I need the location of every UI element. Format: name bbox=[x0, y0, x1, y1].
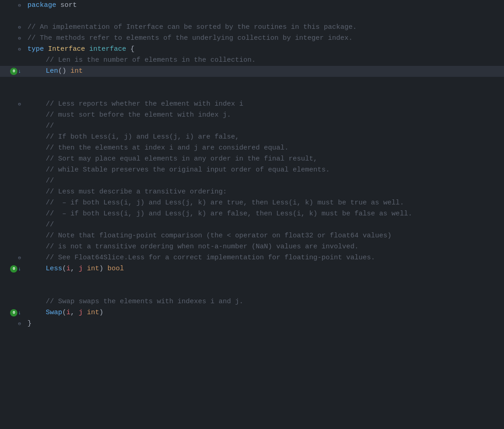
gutter-cell bbox=[0, 11, 23, 22]
token: // – if both Less(i, j) and Less(j, k) a… bbox=[46, 209, 412, 220]
token: type bbox=[27, 44, 48, 55]
token: // See Float64Slice.Less for a correct i… bbox=[46, 252, 375, 263]
fold-icon[interactable]: ⊖ bbox=[18, 22, 21, 33]
token: ) bbox=[99, 307, 103, 318]
gutter-cell bbox=[0, 176, 23, 187]
code-line bbox=[23, 88, 504, 99]
token: , bbox=[70, 307, 79, 318]
token: i bbox=[66, 307, 70, 318]
line-row: // Less must describe a transitive order… bbox=[0, 187, 504, 198]
code-line: // Swap swaps the elements with indexes … bbox=[23, 296, 504, 307]
code-line: package sort bbox=[23, 0, 504, 11]
code-line: // Note that floating-point comparison (… bbox=[23, 231, 504, 241]
code-line: // Len is the number of elements in the … bbox=[23, 55, 504, 66]
gutter-cell bbox=[0, 231, 23, 241]
gutter-cell bbox=[0, 88, 23, 99]
fold-icon[interactable]: ⊖ bbox=[18, 252, 21, 263]
gutter-cell: 0↓ bbox=[0, 307, 23, 318]
fold-icon[interactable]: ⊖ bbox=[18, 0, 21, 11]
line-row: // bbox=[0, 121, 504, 132]
gutter-cell bbox=[0, 198, 23, 209]
gutter-cell: ⊖ bbox=[0, 99, 23, 110]
line-row bbox=[0, 285, 504, 296]
code-line: } bbox=[23, 318, 504, 329]
token: int bbox=[66, 66, 83, 77]
gutter-cell: ⊖ bbox=[0, 0, 23, 11]
gutter-cell: ⊖ bbox=[0, 22, 23, 33]
gutter-cell bbox=[0, 187, 23, 198]
code-line: // See Float64Slice.Less for a correct i… bbox=[23, 252, 504, 263]
token: ( bbox=[62, 263, 66, 274]
gutter-cell bbox=[0, 121, 23, 132]
code-line bbox=[23, 77, 504, 88]
gutter-cell: 0↓ bbox=[0, 263, 23, 274]
gutter-cell bbox=[0, 110, 23, 121]
line-row bbox=[0, 88, 504, 99]
gutter-cell bbox=[0, 77, 23, 88]
token: ( bbox=[62, 307, 66, 318]
token: Less bbox=[46, 263, 62, 274]
token: Len bbox=[46, 66, 58, 77]
code-line: // Sort may place equal elements in any … bbox=[23, 154, 504, 165]
gutter-cell bbox=[0, 55, 23, 66]
token: // bbox=[46, 220, 54, 231]
code-line: // must sort before the element with ind… bbox=[23, 110, 504, 121]
code-line bbox=[23, 274, 504, 285]
line-row: // then the elements at index i and j ar… bbox=[0, 143, 504, 154]
code-line: Len() int bbox=[23, 66, 504, 77]
down-arrow-icon: ↓ bbox=[18, 263, 21, 274]
token: // Less must describe a transitive order… bbox=[46, 187, 227, 198]
line-row: // while Stable preserves the original i… bbox=[0, 165, 504, 176]
badge[interactable]: 0 bbox=[10, 265, 17, 273]
fold-icon[interactable]: ⊖ bbox=[18, 44, 21, 55]
code-editor: ⊖package sort⊖// An implementation of In… bbox=[0, 0, 504, 429]
token: // Swap swaps the elements with indexes … bbox=[46, 296, 243, 307]
code-line: // – if both Less(i, j) and Less(j, k) a… bbox=[23, 198, 504, 209]
line-row: ⊖// An implementation of Interface can b… bbox=[0, 22, 504, 33]
token: i bbox=[66, 263, 70, 274]
token: // then the elements at index i and j ar… bbox=[46, 143, 289, 154]
code-line: // The methods refer to elements of the … bbox=[23, 33, 504, 44]
code-line: // while Stable preserves the original i… bbox=[23, 165, 504, 176]
fold-icon[interactable]: ⊖ bbox=[18, 99, 21, 110]
code-line: // An implementation of Interface can be… bbox=[23, 22, 504, 33]
code-line: Swap(i, j int) bbox=[23, 307, 504, 318]
line-row: 0↓Len() int bbox=[0, 66, 504, 77]
line-row bbox=[0, 11, 504, 22]
line-row: // Sort may place equal elements in any … bbox=[0, 154, 504, 165]
token: // must sort before the element with ind… bbox=[46, 110, 231, 121]
line-row: ⊖// The methods refer to elements of the… bbox=[0, 33, 504, 44]
line-row bbox=[0, 274, 504, 285]
line-row: 0↓Less(i, j int) bool bbox=[0, 263, 504, 274]
token: Interface bbox=[48, 44, 89, 55]
fold-icon[interactable]: ⊖ bbox=[18, 318, 21, 329]
token: j bbox=[79, 263, 83, 274]
code-line: type Interface interface { bbox=[23, 44, 504, 55]
down-arrow-icon: ↓ bbox=[18, 66, 21, 77]
token: // bbox=[46, 176, 54, 187]
gutter-cell: 0↓ bbox=[0, 66, 23, 77]
gutter-cell bbox=[0, 132, 23, 143]
down-arrow-icon: ↓ bbox=[18, 307, 21, 318]
token: // The methods refer to elements of the … bbox=[27, 33, 353, 44]
token: // while Stable preserves the original i… bbox=[46, 165, 330, 176]
line-row: // – if both Less(i, j) and Less(j, k) a… bbox=[0, 198, 504, 209]
line-row: 0↓Swap(i, j int) bbox=[0, 307, 504, 318]
token: int bbox=[83, 263, 99, 274]
badge[interactable]: 0 bbox=[10, 309, 17, 316]
token: // Note that floating-point comparison (… bbox=[46, 231, 391, 241]
token: } bbox=[27, 318, 32, 329]
gutter-cell: ⊖ bbox=[0, 318, 23, 329]
token: // Less reports whether the element with… bbox=[46, 99, 243, 110]
gutter-cell bbox=[0, 285, 23, 296]
gutter-cell bbox=[0, 296, 23, 307]
fold-icon[interactable]: ⊖ bbox=[18, 33, 21, 44]
gutter-cell bbox=[0, 154, 23, 165]
badge[interactable]: 0 bbox=[10, 68, 17, 75]
line-row: // Note that floating-point comparison (… bbox=[0, 231, 504, 241]
gutter-cell: ⊖ bbox=[0, 44, 23, 55]
token: () bbox=[58, 66, 66, 77]
line-row bbox=[0, 77, 504, 88]
line-row: // Swap swaps the elements with indexes … bbox=[0, 296, 504, 307]
code-line: Less(i, j int) bool bbox=[23, 263, 504, 274]
